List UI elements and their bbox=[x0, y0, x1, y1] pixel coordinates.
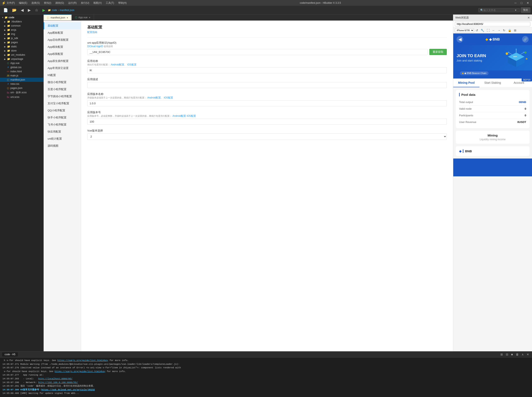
sidebar-item-uni-scss-copy[interactable]: Sc uni - 副本.scss bbox=[0, 90, 44, 95]
config-nav-uni-stats[interactable]: uni统计配置 bbox=[44, 135, 81, 142]
browser-device-select[interactable]: iPhone 6/7/8 iPhone X iPad Android bbox=[455, 28, 474, 32]
menu-help[interactable]: 帮助(H) bbox=[117, 1, 128, 5]
file-search-input[interactable] bbox=[483, 9, 514, 12]
sidebar-item-global-css[interactable]: # global.css bbox=[0, 65, 44, 69]
browser-url-input[interactable] bbox=[455, 22, 530, 26]
app-desc-input[interactable] bbox=[87, 82, 447, 88]
browser-refresh-btn[interactable]: ↺ bbox=[475, 28, 479, 32]
config-nav-wechat[interactable]: 微信小程序配置 bbox=[44, 79, 81, 86]
sidebar-item-index-html[interactable]: <> index.html bbox=[0, 69, 44, 74]
android-version-link[interactable]: Android配置 bbox=[147, 96, 161, 99]
browser-reload-btn[interactable]: ↻ bbox=[502, 28, 506, 32]
menu-select[interactable]: 选择(S) bbox=[31, 1, 41, 5]
config-nav-baidu[interactable]: 百度小程序配置 bbox=[44, 86, 81, 93]
config-nav-h5[interactable]: h5配置 bbox=[44, 72, 81, 79]
preview-button[interactable]: 预览 bbox=[521, 7, 530, 13]
config-nav-module[interactable]: App模块配置 bbox=[44, 43, 81, 50]
browser-fullscreen-btn[interactable]: ⛶ bbox=[486, 28, 490, 32]
vue-version-select[interactable]: 2 3 bbox=[87, 133, 447, 140]
menu-run[interactable]: 运行(R) bbox=[67, 1, 77, 5]
back-button[interactable]: ◀ bbox=[19, 7, 25, 13]
sidebar-item-pages-json[interactable]: { } pages.json bbox=[0, 86, 44, 90]
sidebar-item-store[interactable]: ▶ 📁 store bbox=[0, 49, 44, 53]
browser-forward-btn[interactable]: → bbox=[497, 28, 501, 32]
ios-code-link[interactable]: iOS配置 bbox=[187, 114, 196, 117]
sidebar-item-common[interactable]: ▶ 📁 common bbox=[0, 24, 44, 28]
sidebar-root[interactable]: ▼ 📁 code bbox=[0, 15, 44, 19]
ios-version-link[interactable]: iOS配置 bbox=[164, 96, 173, 99]
browser-inspect-btn[interactable]: 🔧 bbox=[480, 28, 485, 32]
config-nav-toutiao[interactable]: 字节跳动小程序配置 bbox=[44, 93, 81, 100]
browser-close-button[interactable]: ✕ bbox=[527, 16, 530, 19]
config-nav-launch[interactable]: App启动界面配置 bbox=[44, 36, 81, 43]
star-button[interactable]: ☆ bbox=[33, 7, 40, 13]
breadcrumb-file[interactable]: manifest.json bbox=[60, 9, 74, 12]
config-nav-quickapp[interactable]: 快应用配置 bbox=[44, 128, 81, 135]
menu-find[interactable]: 查找(I) bbox=[43, 1, 52, 5]
config-nav-alipay[interactable]: 支付宝小程序配置 bbox=[44, 100, 81, 107]
bnb-back-button[interactable]: ◀ bbox=[457, 36, 463, 43]
sidebar-item-img[interactable]: ▶ 📁 img bbox=[0, 32, 44, 36]
browser-grid-btn[interactable]: ⊞ bbox=[513, 28, 517, 32]
terminal-local-link[interactable]: http://localhost:8080/H5/ bbox=[38, 378, 73, 380]
menu-view[interactable]: 视图(V) bbox=[93, 1, 102, 5]
sidebar-item-main-js[interactable]: JS main.js bbox=[0, 74, 44, 78]
config-guide-link[interactable]: 配置指南 bbox=[87, 31, 97, 34]
version-code-input[interactable] bbox=[87, 119, 447, 125]
minimize-button[interactable]: ─ bbox=[513, 1, 518, 5]
sidebar-item-ercjs[interactable]: ▶ 📁 ercjs bbox=[0, 28, 44, 32]
terminal-faq-link[interactable]: https://ask.dcloud.net.cn/article/35232 bbox=[41, 389, 95, 391]
sidebar-item-unpackage[interactable]: ▶ 📁 unpackage bbox=[0, 57, 44, 61]
menu-file[interactable]: 文件(F) bbox=[6, 1, 16, 5]
sidebar-item-manifest-json[interactable]: { } manifest.json bbox=[0, 78, 44, 82]
menu-tools[interactable]: 工具(T) bbox=[105, 1, 115, 5]
app-name-input[interactable] bbox=[87, 67, 447, 73]
terminal-tab-code-h5[interactable]: code - H5 bbox=[2, 352, 18, 356]
sidebar-item-js-sdk[interactable]: ▶ 📁 js_sdk bbox=[0, 36, 44, 40]
terminal-network-link[interactable]: http://192.168.0.108:8080/h5/ bbox=[38, 381, 78, 384]
config-nav-source[interactable]: 源码视图 bbox=[44, 142, 81, 149]
config-nav-native-plugin[interactable]: App原生插件配置 bbox=[44, 57, 81, 65]
sidebar-item-static[interactable]: ▶ 📁 static bbox=[0, 44, 44, 49]
config-nav-icon[interactable]: App图标配置 bbox=[44, 29, 81, 36]
tab-app-vue[interactable]: ⬡ App.vue ✕ bbox=[72, 15, 94, 20]
forward-button[interactable]: ▶ bbox=[26, 7, 32, 13]
browser-back-btn[interactable]: ← bbox=[491, 28, 496, 32]
sidebar-item-app-vue[interactable]: ⬡ App.vue bbox=[0, 61, 44, 65]
config-nav-qq[interactable]: QQ小程序配置 bbox=[44, 107, 81, 114]
sidebar-item-new-css[interactable]: # new.css bbox=[0, 82, 44, 86]
menu-edit[interactable]: 编辑(E) bbox=[18, 1, 28, 5]
config-nav-feishu[interactable]: 飞书小程序配置 bbox=[44, 121, 81, 128]
android-code-link[interactable]: Android配置 bbox=[172, 114, 186, 117]
tab-close-icon[interactable]: ✕ bbox=[89, 16, 90, 19]
config-nav-kuaishou[interactable]: 快手小程序配置 bbox=[44, 114, 81, 121]
android-config-link[interactable]: Android配置 bbox=[111, 63, 124, 66]
bnb-share-button[interactable]: 🔗 bbox=[522, 36, 529, 43]
config-nav-other[interactable]: App常用其它设置 bbox=[44, 65, 81, 72]
terminal-split-btn[interactable]: ⊟ bbox=[505, 352, 509, 356]
terminal-new-btn[interactable]: ⊞ bbox=[500, 352, 504, 356]
version-name-input[interactable] bbox=[87, 100, 447, 106]
terminal-link[interactable]: https://vuejs.org/guide/list.html#key bbox=[55, 370, 105, 373]
sidebar-item-pages[interactable]: ▶ 📁 pages bbox=[0, 40, 44, 44]
terminal-clear-btn[interactable]: 🗑 bbox=[515, 352, 519, 356]
new-file-button[interactable]: 📄 bbox=[2, 7, 10, 13]
appid-input[interactable] bbox=[87, 49, 428, 55]
breadcrumb-root[interactable]: code bbox=[52, 9, 57, 12]
terminal-stop-btn[interactable]: ■ bbox=[510, 352, 514, 356]
close-button[interactable]: ✕ bbox=[525, 1, 530, 5]
config-nav-permission[interactable]: App权限配置 bbox=[44, 50, 81, 57]
bnb-tab-mining-pool[interactable]: Mining Pool bbox=[453, 79, 479, 87]
bnb-tab-start-staking[interactable]: Start Staking bbox=[479, 79, 506, 87]
terminal-link[interactable]: https://vuejs.org/guide/list.html#key bbox=[57, 359, 108, 362]
tab-manifest-json[interactable]: { } manifest.json ✕ bbox=[44, 15, 72, 20]
sidebar-item-uni-scss[interactable]: Sc uni.scss bbox=[0, 95, 44, 99]
run-button[interactable]: ▶ bbox=[41, 7, 47, 13]
terminal-close-btn[interactable]: ✕ bbox=[526, 352, 530, 356]
terminal-expand-btn[interactable]: ∧ bbox=[521, 352, 525, 356]
sidebar-item-hbuilderx[interactable]: ▶ 📁 .hbuilderx bbox=[0, 19, 44, 24]
dcloud-appid-link[interactable]: DCloud AppID bbox=[87, 45, 103, 48]
tab-close-icon[interactable]: ✕ bbox=[67, 17, 68, 19]
ios-config-link[interactable]: iOS配置 bbox=[127, 63, 137, 66]
browser-lock-btn[interactable]: 🔒 bbox=[507, 28, 512, 32]
